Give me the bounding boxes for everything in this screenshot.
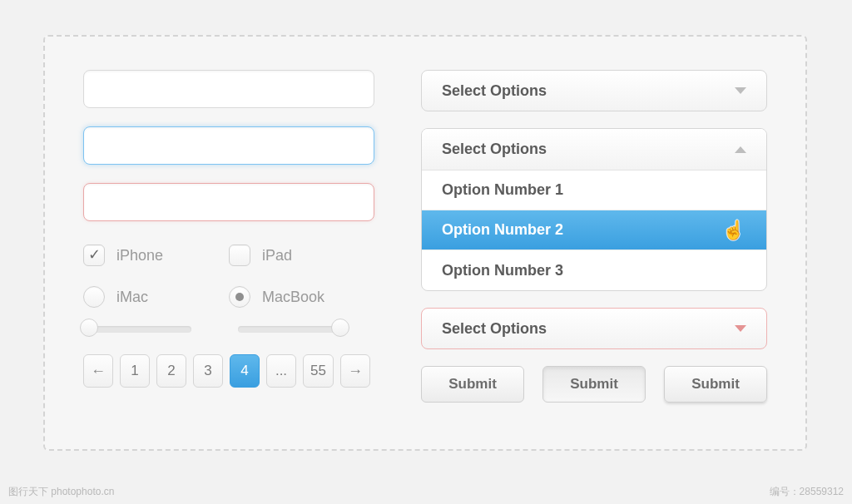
checkbox-icon [229,245,250,266]
slider-thumb[interactable] [80,319,98,337]
radio-icon [229,286,250,308]
radio-label: iMac [116,289,148,306]
select-label: Select Options [442,320,547,338]
checkbox-label: iPhone [116,247,163,264]
slider-right[interactable] [238,323,346,334]
watermark-right: 编号：28559312 [770,485,844,499]
chevron-up-icon [735,146,746,153]
pager-next[interactable]: → [340,354,370,388]
pager-page-4[interactable]: 4 [230,354,260,388]
select-option-2[interactable]: Option Number 2 ☝ [422,210,766,250]
slider-left[interactable] [83,323,191,334]
submit-button-raised[interactable]: Submit [664,366,767,403]
watermark-footer: 图行天下 photophoto.cn 编号：28559312 [8,485,844,499]
submit-button-default[interactable]: Submit [421,366,524,403]
select-open-header[interactable]: Select Options [422,129,766,170]
radio-imac[interactable]: iMac [83,286,229,308]
radio-icon [83,286,105,308]
left-column: ✓ iPhone iPad iMac MacBook [83,70,374,403]
submit-button-pressed[interactable]: Submit [542,366,646,403]
pager-page-3[interactable]: 3 [193,354,223,388]
pager-page-1[interactable]: 1 [120,354,150,388]
pager-prev[interactable]: ← [83,354,113,388]
select-option-3[interactable]: Option Number 3 [422,250,766,290]
pager-ellipsis: ... [266,354,296,388]
text-input-default[interactable] [83,70,374,108]
select-closed[interactable]: Select Options [421,70,767,111]
chevron-down-icon [735,325,746,332]
checkbox-label: iPad [262,247,292,264]
checkbox-iphone[interactable]: ✓ iPhone [83,245,229,266]
arrow-right-icon: → [348,363,363,380]
select-error[interactable]: Select Options [421,308,767,349]
checkbox-icon: ✓ [83,245,105,266]
cursor-hand-icon: ☝ [722,220,745,241]
slider-track [238,326,346,333]
select-open[interactable]: Select Options Option Number 1 Option Nu… [421,128,767,291]
arrow-left-icon: ← [91,363,106,380]
radio-macbook[interactable]: MacBook [229,286,374,308]
chevron-down-icon [735,87,746,94]
right-column: Select Options Select Options Option Num… [421,70,767,403]
select-label: Select Options [442,141,547,158]
pager-page-55[interactable]: 55 [303,354,334,388]
radio-dot-icon [235,293,244,301]
checkbox-ipad[interactable]: iPad [229,245,374,266]
watermark-left: 图行天下 photophoto.cn [8,485,114,499]
check-mark-icon: ✓ [88,245,101,264]
radio-label: MacBook [262,289,324,306]
select-option-1[interactable]: Option Number 1 [422,170,766,210]
pager-page-2[interactable]: 2 [156,354,186,388]
slider-track [83,326,191,333]
select-label: Select Options [442,82,547,100]
text-input-error[interactable] [83,183,374,221]
text-input-focused[interactable] [83,126,374,165]
option-label: Option Number 2 [442,221,563,239]
slider-thumb[interactable] [331,319,349,337]
ui-kit-canvas: ✓ iPhone iPad iMac MacBook [43,35,807,451]
pagination: ← 1 2 3 4 ... 55 → [83,354,374,388]
